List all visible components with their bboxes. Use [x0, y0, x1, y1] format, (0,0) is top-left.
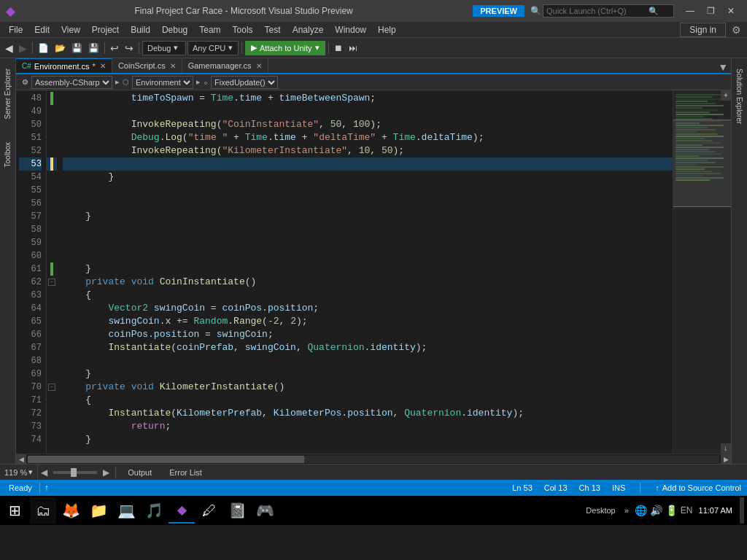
tab-error-list[interactable]: Error List: [160, 467, 211, 478]
coin-cs-close[interactable]: ✕: [170, 62, 176, 70]
new-project-button[interactable]: 📄: [36, 43, 51, 53]
gamemanager-cs-close[interactable]: ✕: [256, 62, 262, 70]
debug-dropdown[interactable]: Debug ▾: [142, 41, 186, 55]
zoom-in-button[interactable]: ▶: [100, 467, 112, 478]
tabs-scroll-button[interactable]: ▼: [715, 61, 731, 73]
add-to-source-control-button[interactable]: ↑ Add to Source Control: [655, 483, 741, 492]
h-scrollbar-track[interactable]: [28, 456, 719, 463]
taskbar-keyboard-icon[interactable]: EN: [681, 505, 693, 516]
assembly-dropdown[interactable]: Assembly-CSharp: [31, 76, 112, 89]
taskbar-icon-folder[interactable]: 📁: [85, 497, 112, 524]
left-sidebar: Server Explorer Toolbox: [0, 58, 16, 464]
menu-file[interactable]: File: [3, 23, 28, 36]
taskbar-battery-icon[interactable]: 🔋: [665, 505, 678, 516]
gutter-65: [47, 315, 57, 328]
env-cs-close[interactable]: ✕: [100, 62, 106, 70]
save-button[interactable]: 💾: [69, 43, 85, 53]
taskbar-icon-music[interactable]: 🎵: [141, 497, 167, 524]
status-ln[interactable]: Ln 53: [512, 483, 533, 492]
menu-build[interactable]: Build: [125, 23, 156, 36]
taskbar-volume-icon[interactable]: 🔊: [650, 505, 662, 516]
minimap[interactable]: + ↓: [673, 90, 731, 454]
code-line-50: InvokeRepeating("CoinInstantiate", 50, 1…: [63, 118, 673, 131]
back-button[interactable]: ◀: [3, 42, 15, 54]
menu-view[interactable]: View: [55, 23, 86, 36]
app-logo: ◆: [6, 4, 15, 18]
menu-analyze[interactable]: Analyze: [287, 23, 330, 36]
menu-project[interactable]: Project: [86, 23, 125, 36]
scroll-left-button[interactable]: ◀: [16, 454, 26, 464]
maximize-button[interactable]: ❐: [700, 4, 721, 18]
namespace-dropdown[interactable]: Environment: [132, 76, 193, 89]
method-dropdown[interactable]: FixedUpdate(): [211, 76, 278, 89]
step-button[interactable]: ⏭: [347, 43, 360, 53]
redo-button[interactable]: ↪: [123, 42, 136, 54]
start-button[interactable]: ⊞: [3, 502, 27, 519]
code-line-54: }: [63, 171, 673, 184]
taskbar-icon-firefox[interactable]: 🦊: [58, 497, 84, 524]
tab-coin-script[interactable]: CoinScript.cs ✕: [112, 58, 182, 73]
menu-team[interactable]: Team: [193, 23, 226, 36]
line-numbers: 48 49 50 51 52 53 54 55 56 57 58 59 60 6…: [16, 90, 47, 454]
line-num-53: 53: [19, 158, 42, 171]
scroll-right-button[interactable]: ▶: [721, 454, 731, 464]
menu-window[interactable]: Window: [329, 23, 372, 36]
taskbar-arrow[interactable]: »: [624, 506, 629, 515]
code-line-49: [63, 105, 673, 118]
status-ins[interactable]: INS: [612, 483, 625, 492]
taskbar-clock[interactable]: 11:07 AM: [699, 505, 732, 516]
minimize-button[interactable]: —: [680, 4, 700, 18]
zoom-display[interactable]: 119 % ▾: [0, 464, 38, 480]
settings-icon[interactable]: ⚙: [732, 24, 741, 36]
menu-debug[interactable]: Debug: [156, 23, 193, 36]
tab-output[interactable]: Output: [119, 467, 160, 478]
menu-help[interactable]: Help: [372, 23, 402, 36]
menu-tools[interactable]: Tools: [227, 23, 259, 36]
minimap-scroll-up[interactable]: +: [721, 90, 731, 101]
play-button[interactable]: ▶ Attach to Unity ▾: [245, 41, 325, 55]
sidebar-item-toolbox[interactable]: Toolbox: [2, 138, 13, 171]
close-button[interactable]: ✕: [721, 4, 741, 18]
taskbar-icon-game[interactable]: 🎮: [252, 497, 278, 524]
sidebar-item-server-explorer[interactable]: Server Explorer: [2, 64, 13, 123]
horizontal-scrollbar[interactable]: ◀ ▶: [16, 454, 731, 464]
menu-test[interactable]: Test: [259, 23, 287, 36]
status-ch[interactable]: Ch 13: [579, 483, 600, 492]
platform-dropdown[interactable]: Any CPU ▾: [187, 41, 239, 55]
tab-gamemanager[interactable]: Gamemanager.cs ✕: [182, 58, 268, 73]
status-col[interactable]: Col 13: [544, 483, 568, 492]
gutter-70-collapse[interactable]: -: [47, 381, 57, 394]
breakpoints-button[interactable]: ⏹: [332, 43, 345, 53]
taskbar-icon-explorer[interactable]: 🗂: [30, 497, 56, 524]
zoom-out-button[interactable]: ◀: [38, 467, 50, 478]
taskbar-show-desktop[interactable]: [740, 497, 744, 524]
taskbar-icon-notepad[interactable]: 📓: [224, 497, 250, 524]
code-content[interactable]: timeToSpawn = Time.time + timeBetweenSpa…: [57, 90, 673, 454]
sidebar-item-solution-explorer[interactable]: Solution Explorer: [734, 64, 745, 128]
minimap-viewport[interactable]: [673, 120, 731, 207]
minimap-scroll-down[interactable]: ↓: [721, 443, 731, 454]
code-line-48: timeToSpawn = Time.time + timeBetweenSpa…: [63, 92, 673, 105]
gamemanager-cs-label: Gamemanager.cs: [188, 61, 252, 70]
quick-launch-input[interactable]: [546, 7, 649, 15]
line-num-67: 67: [19, 341, 42, 354]
code-line-51: Debug.Log("time " + Time.time + "deltaTi…: [63, 131, 673, 144]
line-num-71: 71: [19, 394, 42, 407]
save-all-button[interactable]: 💾: [86, 43, 101, 53]
zoom-slider[interactable]: [53, 471, 97, 474]
forward-button[interactable]: ▶: [17, 42, 29, 54]
tab-environment-cs[interactable]: C# Environment.cs * ✕: [16, 58, 112, 73]
sign-in-button[interactable]: Sign in: [680, 23, 726, 37]
undo-button[interactable]: ↩: [108, 42, 121, 54]
taskbar-icon-pen[interactable]: 🖊: [196, 497, 222, 524]
open-button[interactable]: 📂: [53, 43, 68, 53]
gutter-62-collapse[interactable]: -: [47, 276, 57, 289]
taskbar-icon-vs[interactable]: ◆: [169, 497, 195, 524]
menu-edit[interactable]: Edit: [28, 23, 55, 36]
h-scrollbar-thumb[interactable]: [28, 456, 304, 463]
taskbar-icon-computer[interactable]: 💻: [113, 497, 139, 524]
gutter-60: [47, 249, 57, 262]
quick-launch-wrapper[interactable]: 🔍: [543, 4, 674, 18]
taskbar-network-icon[interactable]: 🌐: [635, 505, 647, 516]
desktop-label[interactable]: Desktop: [583, 506, 618, 515]
